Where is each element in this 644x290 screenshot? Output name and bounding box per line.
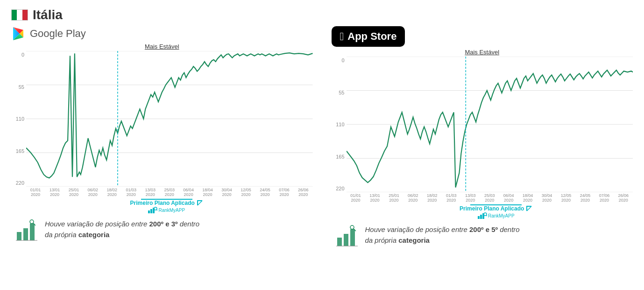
x-label: 18/022020 [423, 193, 441, 203]
italy-flag [11, 9, 28, 21]
x-label: 12/052020 [557, 193, 575, 203]
annotation-label: Primeiro Plano Aplicado [130, 200, 203, 206]
app-store-chart-container: Mais Estável 0 55 110 165 220 [332, 49, 633, 219]
svg-point-38 [350, 225, 354, 229]
google-play-svg [26, 51, 313, 187]
annotation-text: Primeiro Plano Aplicado [460, 205, 524, 212]
app-store-svg [347, 57, 633, 192]
svg-rect-12 [150, 209, 152, 213]
x-label: 06/022020 [84, 188, 102, 197]
google-play-chart-area [26, 51, 313, 187]
svg-line-33 [486, 215, 487, 216]
x-label: 30/042020 [538, 193, 556, 203]
rankmyapp-text: RankMyAPP [158, 208, 185, 213]
google-play-description: Houve variação de posição entre 200º e 3… [11, 219, 313, 242]
x-label: 12/052020 [236, 188, 255, 197]
google-play-y-axis: 0 55 110 165 220 [11, 51, 26, 187]
svg-rect-16 [17, 232, 21, 240]
category-rank-icon [15, 219, 38, 242]
x-label: 26/062020 [614, 193, 633, 203]
x-label: 18/042020 [198, 188, 217, 197]
app-store-badge[interactable]:  App Store [332, 26, 633, 47]
annotation-corner-icon [526, 205, 532, 212]
header: Itália [11, 7, 633, 22]
y-label-0: 0 [11, 52, 26, 58]
x-label: 07/062020 [595, 193, 614, 203]
rankmyapp-logo: RankMyAPP [148, 207, 185, 213]
svg-point-20 [30, 220, 34, 224]
x-label: 13/032020 [461, 193, 480, 203]
x-label: 25/032020 [480, 193, 499, 203]
y-label-220: 220 [332, 186, 347, 191]
x-label: 13/012020 [365, 193, 384, 203]
app-store-desc-text: Houve variação de posição entre 200º e 5… [365, 225, 520, 246]
google-play-annotation: Primeiro Plano Aplicado [11, 199, 313, 213]
annotation-label: Primeiro Plano Aplicado [460, 205, 532, 212]
category-rank-icon-as [335, 225, 359, 248]
x-label: 25/032020 [160, 188, 179, 197]
x-label: 13/032020 [141, 188, 160, 197]
annotation-corner-icon [197, 200, 203, 206]
annotation-text: Primeiro Plano Aplicado [130, 200, 195, 206]
svg-rect-35 [344, 234, 348, 246]
rankmyapp-text-as: RankMyAPP [488, 213, 515, 218]
google-play-x-axis: 01/012020 13/012020 25/012020 06/022020 … [11, 188, 313, 197]
y-label-0: 0 [332, 58, 347, 63]
y-label-55: 55 [332, 90, 347, 95]
svg-rect-11 [148, 210, 150, 213]
app-store-description: Houve variação de posição entre 200º e 5… [332, 225, 633, 248]
google-play-icon [11, 26, 26, 41]
app-store-annotation: Primeiro Plano Aplicado [332, 204, 633, 219]
y-label-220: 220 [11, 180, 26, 186]
flag-red [22, 10, 28, 20]
google-play-column: Google Play Mais Estável 0 55 110 165 22… [11, 26, 313, 248]
two-columns: Google Play Mais Estável 0 55 110 165 22… [11, 26, 633, 248]
svg-rect-29 [478, 216, 480, 219]
apple-icon:  [340, 30, 344, 43]
flag-green [12, 10, 17, 20]
x-label: 01/032020 [442, 193, 460, 203]
rankmyapp-icon-as [478, 212, 487, 219]
x-label: 18/022020 [103, 188, 121, 197]
app-store-chart-wrap: 0 55 110 165 220 [332, 57, 633, 192]
svg-rect-30 [480, 215, 482, 219]
app-store-label: App Store [347, 30, 396, 43]
x-label: 06/042020 [179, 188, 198, 197]
svg-rect-17 [23, 228, 28, 240]
google-play-desc-text: Houve variação de posição entre 200º e 3… [45, 219, 199, 240]
app-store-chart-area [347, 57, 633, 192]
google-play-link[interactable]: Google Play [11, 26, 86, 41]
x-label: 01/012020 [26, 188, 45, 197]
x-label: 24/052020 [576, 193, 594, 203]
svg-rect-34 [337, 238, 342, 246]
svg-rect-36 [350, 229, 355, 246]
flag-white [17, 10, 22, 20]
x-label: 25/012020 [64, 188, 83, 197]
corner-arrow-icon-as [526, 205, 532, 212]
x-label: 26/062020 [294, 188, 312, 197]
rankmyapp-logo-as: RankMyAPP [478, 212, 515, 219]
app-store-link[interactable]:  App Store [332, 26, 405, 47]
app-store-y-axis: 0 55 110 165 220 [332, 57, 347, 192]
x-label: 01/032020 [122, 188, 141, 197]
x-label: 06/042020 [499, 193, 518, 203]
x-label: 24/052020 [255, 188, 274, 197]
x-label: 25/012020 [384, 193, 403, 203]
svg-line-10 [198, 201, 202, 205]
x-label: 06/022020 [403, 193, 422, 203]
google-play-badge[interactable]: Google Play [11, 26, 313, 41]
svg-rect-18 [30, 224, 35, 240]
google-play-chart-title: Mais Estável [11, 43, 313, 50]
y-label-165: 165 [332, 154, 347, 160]
corner-arrow-icon [197, 200, 203, 206]
page: Itália [0, 0, 644, 255]
country-title: Itália [33, 7, 63, 22]
app-store-chart-title: Mais Estável [332, 49, 633, 56]
y-label-110: 110 [332, 122, 347, 127]
svg-line-28 [527, 206, 531, 211]
google-play-label: Google Play [30, 28, 86, 40]
app-store-x-axis: 01/012020 13/012020 25/012020 06/022020 … [332, 193, 633, 203]
x-label: 13/012020 [45, 188, 64, 197]
app-store-column:  App Store Mais Estável 0 55 110 165 22… [332, 26, 633, 248]
y-label-55: 55 [11, 84, 26, 90]
